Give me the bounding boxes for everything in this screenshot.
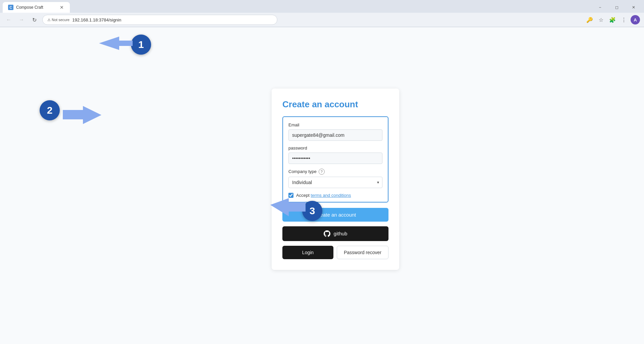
- browser-icons: 🔑 ☆ 🧩 ⋮ A: [585, 15, 640, 24]
- back-button[interactable]: ←: [4, 15, 13, 24]
- company-type-group: Company type ? Individual Business Enter…: [288, 169, 382, 188]
- password-group: password: [288, 146, 382, 164]
- github-button[interactable]: github: [282, 226, 388, 241]
- password-input[interactable]: [288, 153, 382, 164]
- bookmark-icon[interactable]: ☆: [596, 15, 606, 24]
- extensions-icon[interactable]: 🧩: [608, 15, 617, 24]
- badge-number-2: 2: [40, 100, 60, 120]
- company-type-row: Company type ?: [288, 169, 382, 175]
- help-icon[interactable]: ?: [319, 169, 325, 175]
- forward-button[interactable]: →: [17, 15, 26, 24]
- tab-close-button[interactable]: ✕: [59, 5, 64, 10]
- github-icon: [324, 230, 330, 237]
- annotation-badge-3: 3: [302, 201, 322, 221]
- not-secure-indicator: ⚠ Not secure: [47, 18, 70, 22]
- terms-checkbox[interactable]: [288, 193, 293, 198]
- card-title: Create an account: [282, 99, 388, 110]
- svg-marker-1: [63, 106, 101, 124]
- login-button[interactable]: Login: [282, 246, 333, 259]
- password-icon[interactable]: 🔑: [585, 15, 594, 24]
- email-label: Email: [288, 122, 382, 127]
- accept-text: Accept: [296, 193, 311, 198]
- browser-chrome: C Compose Craft ✕ − ◻ ✕ ← → ↻ ⚠ Not secu…: [0, 0, 644, 27]
- outlined-section: Email password Company type ? Individual…: [282, 116, 388, 203]
- tab-favicon: C: [8, 5, 13, 10]
- create-account-button[interactable]: Create an account: [282, 208, 388, 222]
- minimize-button[interactable]: −: [592, 2, 608, 13]
- active-tab[interactable]: C Compose Craft ✕: [3, 2, 70, 13]
- page-content: 1 2 3 Create an account: [0, 27, 644, 344]
- terms-label[interactable]: Accept terms and conditions: [296, 193, 351, 198]
- signup-card: Create an account Email password Company…: [272, 89, 399, 270]
- url-display: 192.168.1.18:3784/signin: [72, 17, 121, 22]
- warning-icon: ⚠: [47, 18, 51, 22]
- company-type-select-wrapper: Individual Business Enterprise ▾: [288, 177, 382, 188]
- address-bar-row: ← → ↻ ⚠ Not secure 192.168.1.18:3784/sig…: [0, 13, 644, 27]
- annotation-arrow-1: [99, 37, 133, 55]
- company-type-label: Company type: [288, 169, 317, 174]
- profile-icon[interactable]: A: [631, 15, 640, 24]
- terms-link[interactable]: terms and conditions: [311, 193, 351, 198]
- tab-title: Compose Craft: [16, 5, 56, 10]
- email-input[interactable]: [288, 129, 382, 141]
- tab-bar: C Compose Craft ✕ − ◻ ✕: [0, 0, 644, 13]
- password-recover-button[interactable]: Password recover: [337, 246, 388, 259]
- annotation-badge-1: 1: [131, 35, 151, 55]
- company-type-select[interactable]: Individual Business Enterprise: [288, 177, 382, 188]
- annotation-badge-2: 2: [40, 100, 60, 120]
- refresh-button[interactable]: ↻: [30, 15, 39, 24]
- bottom-buttons-row: Login Password recover: [282, 246, 388, 259]
- restore-button[interactable]: ◻: [609, 2, 625, 13]
- annotation-arrow-2: [63, 106, 101, 124]
- close-button[interactable]: ✕: [626, 2, 641, 13]
- address-bar[interactable]: ⚠ Not secure 192.168.1.18:3784/signin: [42, 15, 277, 25]
- window-controls: − ◻ ✕: [592, 2, 641, 13]
- email-group: Email: [288, 122, 382, 141]
- badge-number-3: 3: [302, 201, 322, 221]
- more-icon[interactable]: ⋮: [619, 15, 629, 24]
- badge-number-1: 1: [131, 35, 151, 55]
- svg-marker-0: [99, 37, 133, 50]
- github-label: github: [334, 231, 348, 236]
- terms-checkbox-row: Accept terms and conditions: [288, 193, 382, 198]
- password-label: password: [288, 146, 382, 151]
